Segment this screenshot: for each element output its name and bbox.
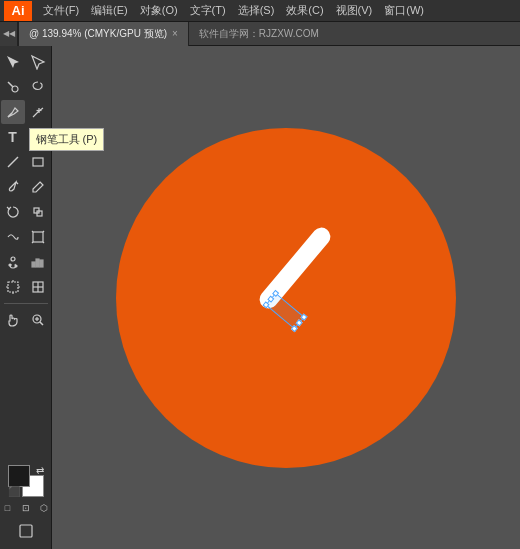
artboard-tools-row: [1, 275, 51, 299]
rectangle-tool[interactable]: [26, 150, 50, 174]
graph-tools-row: [1, 250, 51, 274]
svg-line-14: [43, 242, 44, 243]
svg-rect-10: [33, 232, 43, 242]
svg-rect-19: [36, 259, 39, 267]
menu-edit[interactable]: 编辑(E): [86, 1, 133, 20]
artboard-tool[interactable]: [1, 275, 25, 299]
selection-handle-br[interactable]: [291, 325, 298, 332]
selection-handle-bl[interactable]: [262, 301, 269, 308]
selection-handle-mr[interactable]: [296, 319, 303, 326]
menu-view[interactable]: 视图(V): [331, 1, 378, 20]
pen-tool[interactable]: 钢笔工具 (P): [1, 100, 25, 124]
menu-effect[interactable]: 效果(C): [281, 1, 328, 20]
menu-file[interactable]: 文件(F): [38, 1, 84, 20]
orange-circle: [116, 128, 456, 468]
zoom-tool[interactable]: [26, 308, 50, 332]
symbol-sprayer-tool[interactable]: [1, 250, 25, 274]
svg-point-15: [11, 257, 15, 261]
svg-rect-33: [20, 525, 32, 537]
svg-rect-18: [32, 262, 35, 267]
panel-toggle[interactable]: ◀◀: [0, 22, 18, 46]
free-transform-tool[interactable]: [26, 225, 50, 249]
warp-tool[interactable]: [1, 225, 25, 249]
selection-box[interactable]: [265, 292, 304, 329]
draw-mode-row: □ ⊡ ⬡: [0, 500, 52, 516]
reset-colors-button[interactable]: ⬛: [8, 486, 20, 497]
selection-handle-ml[interactable]: [267, 295, 274, 302]
svg-line-12: [43, 231, 44, 232]
menu-object[interactable]: 对象(O): [135, 1, 183, 20]
svg-point-17: [15, 265, 17, 267]
scale-tool[interactable]: [26, 200, 50, 224]
rotate-tool[interactable]: [1, 200, 25, 224]
selection-tools-row: [1, 50, 51, 74]
rotate-tools-row: [1, 200, 51, 224]
line-shape-row: [1, 150, 51, 174]
vertical-type-tool[interactable]: T: [26, 125, 50, 149]
color-section: ⇄ ⬛ □ ⊡ ⬡: [1, 465, 51, 549]
svg-rect-6: [33, 158, 43, 166]
direct-selection-tool[interactable]: [26, 50, 50, 74]
pencil-tool[interactable]: [26, 175, 50, 199]
active-tab[interactable]: @ 139.94% (CMYK/GPU 预览) ×: [18, 22, 189, 46]
lasso-tool[interactable]: [26, 75, 50, 99]
magic-wand-tool[interactable]: [1, 75, 25, 99]
tab-close-button[interactable]: ×: [172, 28, 178, 39]
menu-select[interactable]: 选择(S): [233, 1, 280, 20]
svg-line-30: [40, 322, 43, 325]
hand-zoom-row: [1, 308, 51, 332]
svg-line-7: [16, 182, 18, 184]
menu-window[interactable]: 窗口(W): [379, 1, 429, 20]
svg-line-1: [8, 82, 13, 87]
svg-line-11: [32, 231, 33, 232]
toolbar-divider-1: [4, 303, 48, 304]
selection-handle-tr[interactable]: [300, 313, 307, 320]
normal-draw-mode[interactable]: □: [0, 500, 16, 516]
svg-point-0: [12, 86, 18, 92]
line-segment-tool[interactable]: [1, 150, 25, 174]
warp-tools-row: [1, 225, 51, 249]
screen-mode-row: [1, 519, 51, 543]
svg-line-13: [32, 242, 33, 243]
tab-website: 软件自学网：RJZXW.COM: [189, 22, 329, 46]
pen-tools-row: 钢笔工具 (P): [1, 100, 51, 124]
artboard: [96, 88, 476, 508]
svg-point-16: [9, 264, 11, 266]
tab-bar: ◀◀ @ 139.94% (CMYK/GPU 预览) × 软件自学网：RJZXW…: [0, 22, 520, 46]
menu-bar: Ai 文件(F) 编辑(E) 对象(O) 文字(T) 选择(S) 效果(C) 视…: [0, 0, 520, 22]
tab-info: @ 139.94% (CMYK/GPU 预览): [29, 27, 167, 41]
foreground-color-box[interactable]: [8, 465, 30, 487]
hand-tool[interactable]: [1, 308, 25, 332]
brush-tools-row: [1, 175, 51, 199]
change-screen-mode[interactable]: [14, 519, 38, 543]
column-graph-tool[interactable]: [26, 250, 50, 274]
slice-tool[interactable]: [26, 275, 50, 299]
app-logo: Ai: [4, 1, 32, 21]
add-anchor-tool[interactable]: [26, 100, 50, 124]
color-boxes: ⇄ ⬛: [8, 465, 44, 497]
svg-rect-21: [8, 282, 18, 292]
svg-line-5: [8, 157, 18, 167]
type-tools-row: T T: [1, 125, 51, 149]
canvas-area[interactable]: [52, 46, 520, 549]
main-area: 钢笔工具 (P) T T: [0, 46, 520, 549]
magic-lasso-row: [1, 75, 51, 99]
selection-tool[interactable]: [1, 50, 25, 74]
type-tool[interactable]: T: [1, 125, 25, 149]
menu-type[interactable]: 文字(T): [185, 1, 231, 20]
toolbar: 钢笔工具 (P) T T: [0, 46, 52, 549]
draw-inside-mode[interactable]: ⬡: [36, 500, 52, 516]
draw-behind-mode[interactable]: ⊡: [18, 500, 34, 516]
paintbrush-tool[interactable]: [1, 175, 25, 199]
svg-rect-20: [40, 260, 43, 267]
